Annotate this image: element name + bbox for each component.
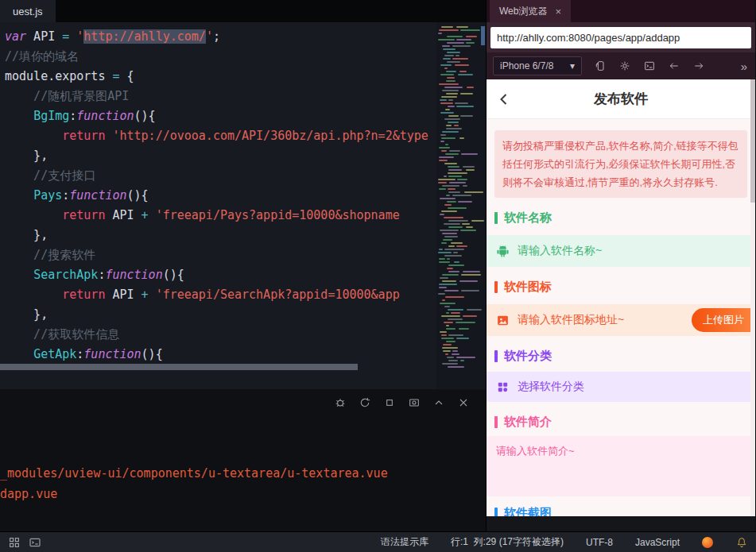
grid-icon [496, 380, 510, 394]
bell-icon[interactable] [735, 536, 748, 549]
section-bar [494, 416, 498, 428]
code-line: }, [5, 146, 436, 166]
code-line: //填你的域名 [5, 47, 436, 67]
vertical-scrollbar-thumb[interactable] [481, 26, 485, 45]
code-line: var API = 'http://ahlly.com/'; [5, 27, 436, 47]
back-chevron-icon[interactable] [494, 90, 514, 112]
section-title: 软件截图 [494, 506, 755, 516]
apps-grid-icon[interactable] [8, 536, 21, 549]
collapse-icon[interactable] [432, 396, 445, 409]
section-intro: 软件简介 请输入软件简介~ [487, 415, 755, 496]
code-line: }, [5, 305, 436, 325]
url-bar [487, 22, 755, 52]
notification-badge-icon[interactable] [702, 537, 713, 548]
tab-request-js[interactable]: uest.js [0, 0, 56, 22]
debug-icon[interactable] [334, 396, 347, 409]
intro-textarea[interactable]: 请输入软件简介~ [487, 436, 755, 496]
code-line: //获取软件信息 [5, 325, 436, 345]
console-log-line[interactable]: dapp.vue [0, 484, 486, 504]
section-category: 软件分类 选择软件分类 [487, 349, 755, 402]
console-log-line[interactable]: _modules/uview-ui/components/u-textarea/… [0, 463, 486, 484]
code-line: return 'http://ovooa.com/API/360bz/api.p… [5, 126, 436, 146]
name-placeholder: 请输入软件名称~ [518, 244, 602, 258]
mobile-navbar: 发布软件 [487, 79, 755, 119]
category-picker[interactable]: 选择软件分类 [487, 372, 755, 402]
settings-gear-icon[interactable] [618, 60, 631, 72]
stop-icon[interactable] [383, 396, 396, 409]
screenshot-icon[interactable] [408, 396, 421, 409]
rotate-device-icon[interactable] [594, 60, 607, 72]
section-bar [494, 212, 498, 224]
syntax-library-status[interactable]: 语法提示库 [381, 535, 428, 549]
devtools-icon[interactable] [643, 60, 656, 72]
code-line: //搜索软件 [5, 245, 436, 265]
back-arrow-icon[interactable] [668, 60, 680, 72]
section-title: 软件名称 [494, 210, 755, 226]
icon-url-field[interactable]: 请输入软件图标地址~ 上传图片 [487, 304, 755, 336]
upload-image-button[interactable]: 上传图片 [692, 308, 755, 332]
language-mode-status[interactable]: JavaScript [635, 537, 680, 548]
url-input[interactable] [490, 27, 751, 48]
icon-placeholder: 请输入软件图标地址~ [518, 313, 624, 327]
section-name: 软件名称 请输入软件名称~ [487, 210, 755, 267]
more-tools-icon[interactable]: » [741, 60, 749, 73]
code-line: return API + 'freeapi/SearchApk?appid=10… [5, 285, 436, 305]
section-icon: 软件图标 请输入软件图标地址~ 上传图片 [487, 280, 755, 336]
section-title-label: 软件分类 [504, 349, 552, 364]
minimap[interactable] [436, 22, 486, 389]
horizontal-scrollbar-thumb[interactable] [0, 364, 358, 370]
console-output: _modules/uview-ui/components/u-textarea/… [0, 463, 486, 504]
horizontal-scrollbar[interactable] [0, 364, 433, 370]
code-area[interactable]: var API = 'http://ahlly.com/';//填你的域名mod… [0, 22, 436, 389]
code-line: SearchApk:function(){ [5, 265, 436, 285]
browser-toolbar: iPhone 6/7/8 ▾ » [487, 52, 755, 79]
intro-placeholder: 请输入软件简介~ [496, 445, 575, 457]
app-window: uest.js var API = 'http://ahlly.com/';//… [0, 0, 756, 552]
code-line: BgImg:function(){ [5, 106, 436, 126]
encoding-status[interactable]: UTF-8 [586, 537, 613, 548]
section-title: 软件分类 [494, 349, 755, 364]
editor-pane: uest.js var API = 'http://ahlly.com/';//… [0, 0, 487, 531]
chevron-down-icon: ▾ [570, 60, 575, 71]
code-line: //随机背景图API [5, 87, 436, 106]
tab-label: uest.js [13, 6, 43, 17]
device-label: iPhone 6/7/8 [500, 60, 553, 71]
section-title-label: 软件图标 [504, 280, 552, 295]
page-scrollbar[interactable] [750, 79, 755, 516]
close-tab-icon[interactable]: × [555, 6, 561, 17]
console-panel: _modules/uview-ui/components/u-textarea/… [0, 389, 486, 531]
forward-arrow-icon[interactable] [692, 60, 705, 72]
section-title-label: 软件简介 [504, 415, 552, 430]
tab-label: Web浏览器 [499, 5, 547, 18]
section-title: 软件简介 [494, 415, 755, 430]
code-line: Pays:function(){ [5, 186, 436, 206]
section-screenshot: 软件截图 [487, 506, 755, 516]
category-placeholder: 选择软件分类 [518, 380, 584, 394]
warning-notice: 请勿投稿严重侵权产品,软件名称,简介,链接等不得包括任何形式的引流行为,必须保证… [494, 130, 747, 198]
section-title-label: 软件截图 [504, 506, 552, 516]
terminal-icon[interactable] [29, 536, 41, 549]
console-toolbar [334, 396, 470, 409]
mobile-viewport: 发布软件 请勿投稿严重侵权产品,软件名称,简介,链接等不得包括任何形式的引流行为… [487, 79, 755, 516]
code-line: }, [5, 226, 436, 245]
cursor-position-status[interactable]: 行:1 列:29 (17字符被选择) [451, 535, 564, 549]
section-bar [494, 508, 498, 516]
browser-tabbar: Web浏览器 × [487, 0, 755, 22]
editor-tabbar: uest.js [0, 0, 486, 22]
section-bar [494, 350, 498, 362]
page-title: 发布软件 [594, 90, 648, 108]
android-icon [496, 245, 510, 258]
name-input-field[interactable]: 请输入软件名称~ [487, 235, 755, 267]
browser-footer-strip [487, 516, 755, 531]
page-scrollbar-thumb[interactable] [750, 79, 755, 203]
section-bar [494, 281, 498, 293]
restart-icon[interactable] [359, 396, 371, 409]
code-line: return API + 'freeapi/Pays?appid=10000&s… [5, 206, 436, 226]
device-select[interactable]: iPhone 6/7/8 ▾ [493, 56, 582, 75]
image-icon [496, 314, 510, 327]
tab-web-browser[interactable]: Web浏览器 × [490, 0, 571, 22]
code-line: //支付接口 [5, 166, 436, 186]
code-editor[interactable]: var API = 'http://ahlly.com/';//填你的域名mod… [0, 22, 486, 389]
close-console-icon[interactable] [457, 396, 470, 409]
section-title: 软件图标 [494, 280, 755, 295]
